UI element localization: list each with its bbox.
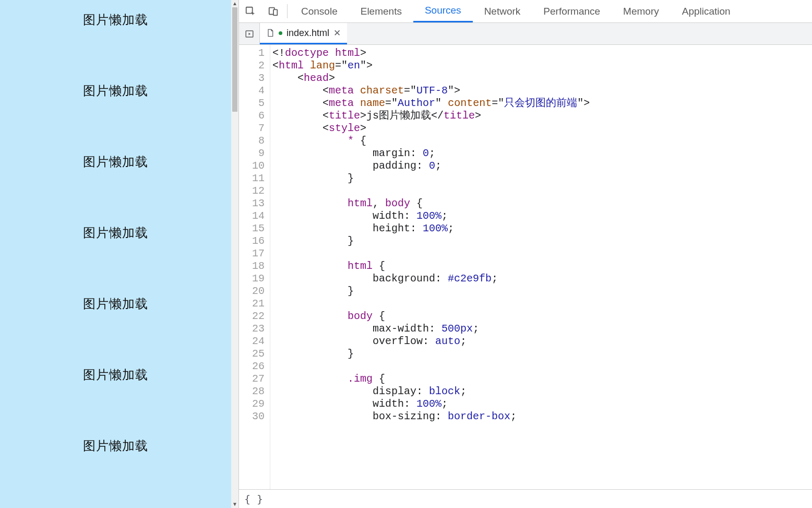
sources-file-tabstrip: index.html ✕ — [239, 23, 812, 45]
file-tab-index-html[interactable]: index.html ✕ — [260, 23, 347, 44]
source-editor[interactable]: 1234567891011121314151617181920212223242… — [239, 45, 812, 489]
line-number: 9 — [239, 147, 265, 160]
code-line[interactable]: width: 100%; — [272, 398, 812, 410]
lazy-image-placeholder: 图片懒加载 — [0, 153, 231, 170]
line-number: 19 — [239, 273, 265, 285]
code-line[interactable]: max-width: 500px; — [272, 323, 812, 335]
code-line[interactable] — [272, 298, 812, 310]
line-number: 24 — [239, 335, 265, 348]
lazy-image-placeholder: 图片懒加载 — [0, 225, 231, 241]
device-toolbar-icon[interactable] — [262, 0, 285, 22]
lazy-image-placeholder: 图片懒加载 — [0, 367, 231, 383]
line-number: 14 — [239, 210, 265, 222]
line-number: 15 — [239, 222, 265, 235]
code-area[interactable]: <!doctype html><html lang="en"> <head> <… — [270, 45, 812, 489]
code-line[interactable]: } — [272, 285, 812, 298]
code-line[interactable]: <style> — [272, 122, 812, 135]
code-line[interactable]: .img { — [272, 373, 812, 385]
tab-sources[interactable]: Sources — [413, 0, 473, 22]
line-number: 5 — [239, 97, 265, 110]
tab-console[interactable]: Console — [290, 0, 349, 22]
line-number: 10 — [239, 160, 265, 172]
line-number: 8 — [239, 135, 265, 147]
line-number: 4 — [239, 85, 265, 97]
tab-elements[interactable]: Elements — [349, 0, 413, 22]
devtools-panel: ConsoleElementsSourcesNetworkPerformance… — [239, 0, 812, 508]
line-number: 11 — [239, 172, 265, 185]
line-number: 18 — [239, 260, 265, 273]
tabstrip-separator — [287, 4, 288, 18]
code-line[interactable]: <html lang="en"> — [272, 60, 812, 72]
code-line[interactable]: overflow: auto; — [272, 335, 812, 348]
lazy-image-placeholder: 图片懒加载 — [0, 11, 231, 28]
line-number-gutter: 1234567891011121314151617181920212223242… — [239, 45, 270, 489]
line-number: 12 — [239, 185, 265, 197]
code-line[interactable] — [272, 360, 812, 373]
line-number: 2 — [239, 60, 265, 72]
line-number: 22 — [239, 310, 265, 323]
pretty-print-icon[interactable]: { } — [244, 493, 263, 505]
code-line[interactable]: <title>js图片懒加载</title> — [272, 110, 812, 122]
code-line[interactable]: <meta charset="UTF-8"> — [272, 85, 812, 97]
code-line[interactable]: * { — [272, 135, 812, 147]
line-number: 20 — [239, 285, 265, 298]
code-line[interactable]: height: 100%; — [272, 222, 812, 235]
line-number: 17 — [239, 247, 265, 260]
close-icon[interactable]: ✕ — [333, 28, 341, 39]
tab-performance[interactable]: Performance — [532, 0, 612, 22]
code-line[interactable]: <meta name="Author" content="只会切图的前端"> — [272, 97, 812, 110]
file-icon — [266, 28, 274, 38]
code-line[interactable]: margin: 0; — [272, 147, 812, 160]
line-number: 26 — [239, 360, 265, 373]
tab-memory[interactable]: Memory — [612, 0, 671, 22]
line-number: 29 — [239, 398, 265, 410]
line-number: 6 — [239, 110, 265, 122]
code-line[interactable] — [272, 185, 812, 197]
inspect-element-icon[interactable] — [239, 0, 262, 22]
scroll-down-arrow-icon[interactable]: ▼ — [231, 501, 238, 508]
lazy-image-placeholder: 图片懒加载 — [0, 82, 231, 99]
lazy-image-placeholder: 图片懒加载 — [0, 438, 231, 454]
line-number: 1 — [239, 47, 265, 60]
line-number: 28 — [239, 385, 265, 398]
code-line[interactable]: box-sizing: border-box; — [272, 410, 812, 423]
sources-footer: { } — [239, 489, 812, 508]
line-number: 23 — [239, 323, 265, 335]
tab-application[interactable]: Application — [671, 0, 742, 22]
line-number: 21 — [239, 298, 265, 310]
line-number: 13 — [239, 197, 265, 210]
line-number: 7 — [239, 122, 265, 135]
code-line[interactable]: } — [272, 235, 812, 247]
code-line[interactable]: width: 100%; — [272, 210, 812, 222]
devtools-tabstrip: ConsoleElementsSourcesNetworkPerformance… — [239, 0, 812, 23]
preview-scrollbar[interactable]: ▲ ▼ — [231, 0, 238, 508]
line-number: 16 — [239, 235, 265, 247]
file-tab-label: index.html — [286, 28, 329, 39]
line-number: 3 — [239, 72, 265, 85]
code-line[interactable]: padding: 0; — [272, 160, 812, 172]
scroll-up-arrow-icon[interactable]: ▲ — [231, 0, 238, 7]
code-line[interactable]: } — [272, 348, 812, 360]
scrollbar-thumb[interactable] — [232, 7, 237, 112]
code-line[interactable] — [272, 247, 812, 260]
page-preview-pane[interactable]: 图片懒加载图片懒加载图片懒加载图片懒加载图片懒加载图片懒加载图片懒加载 ▲ ▼ — [0, 0, 239, 508]
code-line[interactable]: body { — [272, 310, 812, 323]
file-modified-dot-icon — [279, 31, 282, 35]
code-line[interactable]: <!doctype html> — [272, 47, 812, 60]
tab-network[interactable]: Network — [473, 0, 532, 22]
line-number: 27 — [239, 373, 265, 385]
navigator-toggle-icon[interactable] — [239, 23, 260, 44]
code-line[interactable]: <head> — [272, 72, 812, 85]
code-line[interactable]: html { — [272, 260, 812, 273]
svg-rect-2 — [273, 9, 277, 15]
lazy-image-placeholder: 图片懒加载 — [0, 296, 231, 312]
code-line[interactable]: display: block; — [272, 385, 812, 398]
code-line[interactable]: html, body { — [272, 197, 812, 210]
line-number: 25 — [239, 348, 265, 360]
code-line[interactable]: background: #c2e9fb; — [272, 273, 812, 285]
line-number: 30 — [239, 410, 265, 423]
code-line[interactable]: } — [272, 172, 812, 185]
